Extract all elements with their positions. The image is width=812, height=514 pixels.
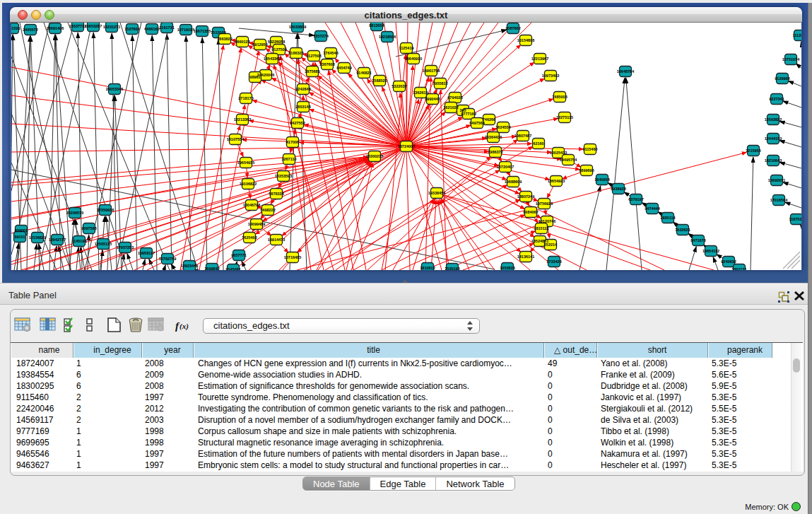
svg-text:7485003: 7485003 [552,95,567,99]
svg-text:15751074: 15751074 [782,57,800,62]
svg-text:16033809: 16033809 [289,25,306,29]
svg-text:7955812: 7955812 [433,81,447,86]
svg-text:14495754: 14495754 [560,158,577,162]
svg-text:1733426: 1733426 [546,259,561,264]
svg-text:1125419: 1125419 [399,46,413,50]
svg-text:62160: 62160 [533,141,543,146]
svg-text:16671355: 16671355 [194,29,211,33]
svg-text:7515524: 7515524 [211,30,226,35]
svg-text:9245081: 9245081 [225,267,240,270]
svg-text:1764546: 1764546 [323,51,338,55]
svg-text:20206570: 20206570 [66,211,83,215]
svg-text:3301171: 3301171 [731,267,746,270]
svg-text:8660123: 8660123 [235,40,249,44]
svg-text:10154808: 10154808 [517,38,534,42]
svg-text:12942737: 12942737 [49,238,66,242]
svg-text:12505135: 12505135 [95,242,112,246]
svg-text:1053833: 1053833 [500,266,514,270]
svg-text:7663822: 7663822 [217,37,232,41]
svg-text:9427552: 9427552 [290,121,305,125]
svg-text:417006: 417006 [286,140,299,144]
svg-text:1362615: 1362615 [413,90,428,95]
svg-text:14099489: 14099489 [248,222,265,226]
svg-text:16210643: 16210643 [765,158,782,163]
svg-text:9227341: 9227341 [769,97,784,101]
svg-text:16107554: 16107554 [227,137,245,141]
svg-text:5322037: 5322037 [392,84,406,88]
svg-text:7357274: 7357274 [313,34,329,38]
svg-text:18807249: 18807249 [517,194,534,199]
svg-text:8186323: 8186323 [288,51,303,55]
svg-text:1588520: 1588520 [372,78,387,83]
svg-text:9777169: 9777169 [461,112,476,116]
svg-text:12213363: 12213363 [234,117,251,122]
svg-text:5878334: 5878334 [269,192,284,196]
svg-text:16046798: 16046798 [243,203,260,207]
svg-text:12213967: 12213967 [531,57,548,61]
svg-text:7986372: 7986372 [488,150,502,154]
svg-text:14136141: 14136141 [517,255,534,259]
svg-text:16640910: 16640910 [405,57,422,61]
svg-text:10958117: 10958117 [138,251,155,255]
svg-text:19654935: 19654935 [237,160,254,165]
svg-text:3215955: 3215955 [746,148,760,153]
svg-text:15716485: 15716485 [284,255,301,259]
svg-text:10654112: 10654112 [702,249,719,253]
svg-text:12923446: 12923446 [181,264,198,268]
svg-text:17016504: 17016504 [770,198,788,202]
svg-text:18724007: 18724007 [398,144,415,148]
svg-text:252214: 252214 [544,243,558,247]
svg-text:9657771: 9657771 [231,253,246,257]
svg-text:16648784: 16648784 [617,69,635,74]
svg-text:17359938: 17359938 [97,208,114,212]
svg-text:9242848: 9242848 [295,87,310,91]
svg-text:19218506: 19218506 [379,35,396,39]
svg-text:19756928: 19756928 [536,201,553,206]
svg-text:9146821: 9146821 [356,71,371,75]
svg-text:7625402: 7625402 [242,235,257,240]
svg-text:3875685: 3875685 [305,69,319,74]
svg-text:1699842: 1699842 [204,267,219,270]
svg-text:3624554: 3624554 [495,125,511,129]
svg-text:19106822: 19106822 [240,182,257,186]
svg-text:2367608: 2367608 [319,62,334,66]
svg-text:9245632: 9245632 [721,259,736,264]
svg-text:18331271: 18331271 [103,25,120,29]
svg-text:2803144: 2803144 [295,105,311,109]
svg-text:9115460: 9115460 [582,147,597,151]
svg-text:6794028: 6794028 [447,95,462,100]
svg-text:16914473: 16914473 [268,238,285,242]
svg-text:9129996: 9129996 [775,76,789,81]
svg-text:10782759: 10782759 [159,257,176,261]
svg-text:7632621: 7632621 [675,228,690,232]
svg-text:10653287: 10653287 [85,24,102,28]
svg-text:13654923: 13654923 [548,179,565,183]
svg-text:18337712: 18337712 [69,24,86,28]
svg-text:15692971: 15692971 [768,178,785,182]
svg-text:16543362: 16543362 [264,57,281,61]
svg-text:1145194: 1145194 [71,239,87,243]
svg-text:10973493: 10973493 [542,74,559,78]
svg-text:3267110: 3267110 [281,157,296,161]
svg-text:20691406: 20691406 [47,26,64,30]
svg-text:8454749: 8454749 [336,66,351,70]
svg-text:10719195: 10719195 [177,28,194,32]
svg-text:6466160: 6466160 [144,27,159,31]
svg-text:8471676: 8471676 [690,238,705,243]
svg-text:1815112: 1815112 [534,226,548,230]
svg-text:25300215: 25300215 [366,154,383,158]
svg-text:2935114: 2935114 [660,216,676,220]
svg-text:8938928: 8938928 [611,187,625,191]
svg-text:8813054: 8813054 [369,23,384,28]
svg-text:9127508: 9127508 [306,54,321,58]
svg-text:1112833: 1112833 [793,33,801,37]
svg-text:53226058: 53226058 [268,40,285,44]
svg-text:2718170: 2718170 [238,96,253,100]
svg-text:1640954: 1640954 [594,177,610,182]
svg-text:2087662: 2087662 [505,26,520,30]
svg-text:12156829: 12156829 [29,235,46,240]
svg-text:9127509: 9127509 [271,47,286,52]
svg-text:16961758: 16961758 [423,69,440,73]
svg-text:1901591: 1901591 [11,26,20,30]
svg-text:6379197: 6379197 [628,197,643,201]
